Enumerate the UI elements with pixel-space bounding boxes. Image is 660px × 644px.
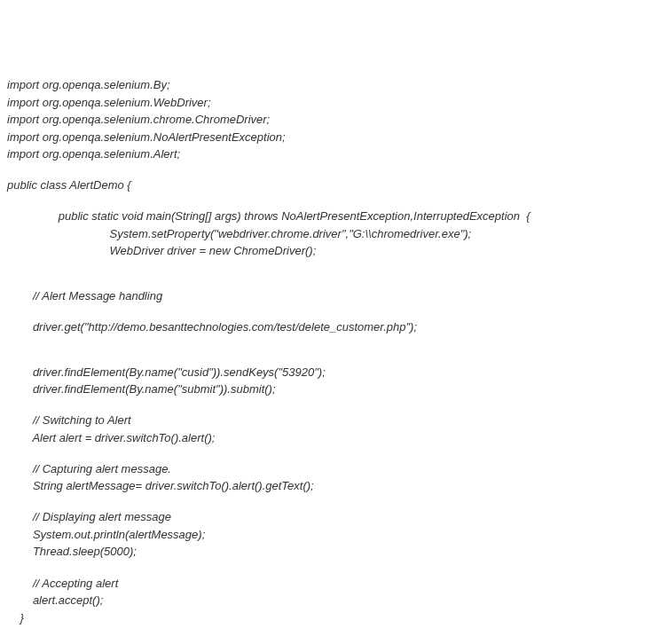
code-line: System.setProperty("webdriver.chrome.dri… bbox=[7, 225, 653, 243]
code-line bbox=[7, 194, 653, 208]
code-line: } bbox=[7, 640, 653, 644]
code-line: import org.openqa.selenium.Alert; bbox=[7, 145, 653, 163]
code-line: // Accepting alert bbox=[7, 575, 653, 593]
code-line: import org.openqa.selenium.NoAlertPresen… bbox=[7, 129, 653, 146]
code-line: driver.findElement(By.name("cusid")).sen… bbox=[7, 364, 653, 381]
code-line: driver.get("http://demo.besanttechnologi… bbox=[7, 318, 653, 336]
code-line bbox=[7, 446, 653, 460]
code-line: String alertMessage= driver.switchTo().a… bbox=[7, 477, 653, 495]
code-line: // Capturing alert message. bbox=[7, 460, 653, 478]
code-line bbox=[7, 561, 653, 575]
code-block: import org.openqa.selenium.By;import org… bbox=[7, 76, 653, 644]
code-line: public static void main(String[] args) t… bbox=[7, 208, 653, 225]
code-line bbox=[7, 273, 653, 287]
code-line bbox=[7, 495, 653, 509]
code-line bbox=[7, 163, 653, 177]
code-line: // Displaying alert message bbox=[7, 508, 653, 526]
code-line: import org.openqa.selenium.WebDriver; bbox=[7, 94, 653, 112]
code-line bbox=[7, 349, 653, 364]
code-line: public class AlertDemo { bbox=[7, 177, 653, 194]
code-line bbox=[7, 304, 653, 318]
code-line bbox=[7, 335, 653, 349]
code-line: driver.findElement(By.name("submit")).su… bbox=[7, 381, 653, 398]
code-line: import org.openqa.selenium.By; bbox=[7, 76, 653, 94]
code-line: // Alert Message handling bbox=[7, 287, 653, 305]
code-line bbox=[7, 398, 653, 412]
code-line: } bbox=[7, 609, 653, 627]
code-line bbox=[7, 260, 653, 274]
code-line: // Switching to Alert bbox=[7, 412, 653, 429]
code-line bbox=[7, 626, 653, 640]
code-line: Thread.sleep(5000); bbox=[7, 543, 653, 561]
code-line: import org.openqa.selenium.chrome.Chrome… bbox=[7, 111, 653, 129]
code-line: System.out.println(alertMessage); bbox=[7, 526, 653, 544]
code-line: Alert alert = driver.switchTo().alert(); bbox=[7, 429, 653, 447]
code-line: WebDriver driver = new ChromeDriver(); bbox=[7, 242, 653, 260]
code-line: alert.accept(); bbox=[7, 592, 653, 609]
